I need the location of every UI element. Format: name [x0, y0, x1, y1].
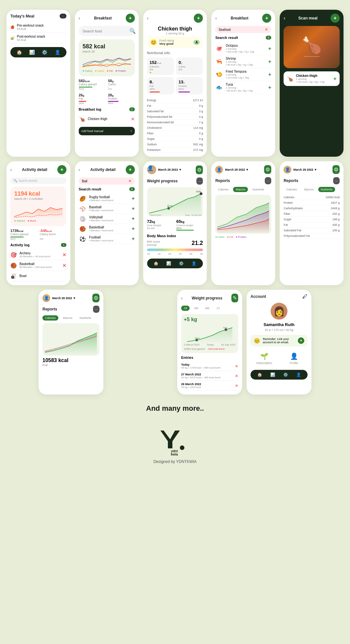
ball-chip-remove[interactable]: ✕: [128, 179, 132, 183]
add-football-button[interactable]: +: [132, 236, 134, 242]
tab-calories[interactable]: Calories: [215, 187, 231, 192]
reports-macros-settings[interactable]: ⚙: [264, 165, 271, 174]
add-volleyball-button[interactable]: +: [132, 216, 134, 222]
nav-profile-icon[interactable]: 👤: [55, 50, 60, 55]
reports-more-button[interactable]: ···: [265, 177, 271, 184]
activity-archery: 🎯 Archery 30 Minutes • -40 kcal burnt ✕: [10, 249, 66, 260]
dots-button[interactable]: ···: [60, 14, 66, 18]
bmi-section: Body Mass Index BMI score Normal 21.2 16…: [147, 234, 203, 268]
activity-bowl: 🎳 Bowl: [10, 271, 66, 281]
macros-chart: [215, 195, 271, 234]
svg-text:51%: 51%: [196, 190, 201, 193]
kcal-summary: 582 kcal March 28 ● Calory ● Carbs ● Fat…: [79, 39, 135, 76]
remove-entry-today[interactable]: ✕: [235, 364, 238, 369]
search-input[interactable]: [83, 29, 127, 33]
add-food-manual-button[interactable]: Add food manual +: [79, 127, 135, 135]
time-tab-1y[interactable]: 1Y: [214, 306, 223, 311]
activity-back-button[interactable]: ‹: [10, 167, 12, 172]
acc-nav-1[interactable]: 🏠: [257, 372, 262, 377]
scan-back-button[interactable]: ‹: [284, 15, 285, 21]
nav-icon-2[interactable]: 📊: [166, 261, 171, 266]
add-food-button[interactable]: +: [126, 14, 135, 23]
add-tempura-button[interactable]: +: [268, 72, 271, 78]
nav-icon-4[interactable]: 👤: [192, 261, 196, 266]
acc-nav-3[interactable]: ⚙️: [283, 372, 288, 377]
activity-search-result-header: Search result 6: [79, 187, 135, 191]
add-activity-button[interactable]: +: [57, 165, 66, 174]
add-rugby-button[interactable]: +: [132, 196, 134, 201]
add-bf-button[interactable]: +: [262, 14, 271, 23]
seafood-chip[interactable]: Seafood ✕: [215, 26, 271, 33]
reports-nutrients-title-row: Reports ···: [284, 177, 340, 184]
tab-macros-main[interactable]: Macros: [60, 315, 75, 321]
add-chicken-button[interactable]: +: [194, 14, 203, 23]
reports-nutrients-title: Reports: [284, 178, 298, 183]
remove-basketball-button[interactable]: ✕: [62, 262, 66, 269]
tab-nutrients-main[interactable]: Nutrients: [77, 315, 94, 321]
ball-chip[interactable]: Ball ✕: [79, 177, 135, 185]
back-button-2[interactable]: ‹: [147, 16, 149, 21]
football-item: ⚽ Football • Minutes • kcal burnt +: [79, 234, 135, 244]
acc-nav-4[interactable]: 👤: [296, 372, 301, 377]
activity-search-back[interactable]: ‹: [79, 167, 80, 172]
back-button-3[interactable]: ‹: [215, 16, 217, 21]
activity-summary: 1194 kcal March 26 • 2 Activities: [10, 187, 66, 226]
chip-remove-icon[interactable]: ✕: [265, 27, 268, 32]
add-octopus-button[interactable]: +: [268, 46, 271, 52]
search-bar[interactable]: 🔍: [79, 26, 135, 36]
scan-add-button[interactable]: +: [331, 14, 340, 23]
nav-chart-icon[interactable]: 📊: [29, 50, 35, 55]
add-activity-search-button[interactable]: +: [126, 165, 135, 174]
add-tuna-button[interactable]: +: [268, 85, 271, 91]
remove-entry-26[interactable]: ✕: [235, 383, 238, 388]
wp-detail-back[interactable]: ‹: [181, 296, 183, 301]
add-shrimp-button[interactable]: +: [268, 59, 271, 65]
nutrients-settings[interactable]: ⚙: [332, 165, 340, 174]
time-tab-all[interactable]: All: [181, 306, 190, 311]
tab-calories-main[interactable]: Calories: [42, 315, 58, 321]
reminder-add-button[interactable]: +: [298, 337, 304, 344]
wp-more-button[interactable]: ···: [196, 177, 203, 185]
time-tab-3m[interactable]: 3M: [192, 306, 201, 311]
remove-food-button[interactable]: ✕: [131, 116, 135, 122]
volleyball-item: 🏐 Volleyball • Minutes • kcal burnt +: [79, 214, 135, 224]
calories-box: 152kcal Calories 8%: [147, 57, 174, 75]
wp-settings-button[interactable]: ⚙: [196, 165, 203, 174]
add-baseball-button[interactable]: +: [132, 206, 134, 212]
reports-main-more[interactable]: ···: [93, 306, 99, 313]
wp-title-row: Weight progress ···: [147, 177, 203, 185]
subscription-item[interactable]: 🌱 Subscription: [251, 350, 278, 367]
wp-detail-edit[interactable]: ✎: [231, 294, 238, 302]
weight-stats: 72kg Goal Weight 5w left 65kg Current we…: [147, 219, 203, 231]
back-button[interactable]: ‹: [79, 16, 80, 21]
svg-text:40 kg: 40 kg: [167, 205, 172, 207]
log-count: 1: [129, 107, 135, 111]
account-edit-icon[interactable]: 🖊: [302, 294, 308, 299]
result-octopus: 🐙 Octopus 1 serving • 163 kcal • 0g • 7g…: [215, 42, 271, 55]
tab-nutrients-2[interactable]: Nutrients: [318, 187, 335, 192]
scan-add-food-button[interactable]: +: [333, 76, 336, 82]
acc-nav-2[interactable]: 📊: [270, 372, 275, 377]
tab-macros[interactable]: Macros: [233, 187, 248, 192]
reports-main-settings[interactable]: ⚙: [92, 294, 99, 302]
add-basketball-search-button[interactable]: +: [132, 226, 134, 232]
nav-icon-1[interactable]: 🏠: [154, 261, 158, 266]
tab-macros-2[interactable]: Macros: [301, 187, 316, 192]
scan-food-info: 1 serving: [296, 78, 324, 80]
remove-archery-button[interactable]: ✕: [62, 252, 66, 258]
nav-home-icon[interactable]: 🏠: [17, 50, 22, 55]
tab-calories-2[interactable]: Calories: [284, 187, 299, 192]
tab-nutrients[interactable]: Nutrients: [250, 187, 267, 192]
result-count: 6: [266, 36, 271, 40]
remove-entry-27[interactable]: ✕: [235, 374, 238, 378]
reports-kcal-label: kcal: [42, 363, 99, 367]
nutrients-more-button[interactable]: ···: [333, 177, 340, 184]
time-tab-6m[interactable]: 6M: [203, 306, 212, 311]
profile-item[interactable]: 👤 Profile: [280, 350, 308, 367]
basketball-search-item: 🏀 Basketball • Minutes • kcal burnt +: [79, 224, 135, 234]
nav-settings-icon[interactable]: ⚙️: [42, 50, 47, 55]
weight-progress-title: Weight progress: [147, 179, 178, 183]
bmi-bar: [147, 249, 203, 251]
nav-icon-3[interactable]: ⚙️: [179, 261, 184, 266]
search-activity-bar[interactable]: 🔍 Search activity: [10, 177, 66, 184]
